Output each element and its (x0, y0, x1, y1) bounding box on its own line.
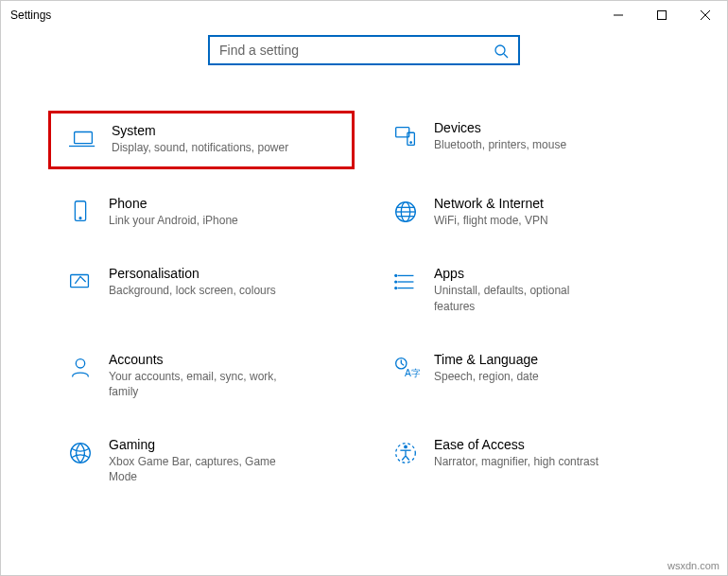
tile-title: Personalisation (109, 266, 276, 281)
tile-desc: Uninstall, defaults, optional features (434, 283, 614, 313)
tile-devices[interactable]: Devices Bluetooth, printers, mouse (373, 111, 680, 169)
maximize-icon (657, 10, 667, 20)
watermark: wsxdn.com (667, 560, 719, 571)
tile-desc: Xbox Game Bar, captures, Game Mode (109, 454, 288, 484)
laptop-icon (69, 125, 97, 153)
svg-point-23 (395, 281, 397, 283)
svg-point-32 (404, 445, 407, 449)
personalisation-icon (66, 268, 95, 296)
svg-point-10 (410, 142, 412, 144)
ease-of-access-icon (391, 439, 420, 467)
tile-network[interactable]: Network & Internet WiFi, flight mode, VP… (373, 186, 680, 239)
search-box[interactable] (208, 35, 520, 65)
tile-title: Network & Internet (434, 196, 548, 211)
phone-icon (66, 198, 95, 226)
settings-content: System Display, sound, notifications, po… (1, 29, 727, 515)
tile-desc: Narrator, magnifier, high contrast (434, 454, 598, 469)
tile-title: Ease of Access (434, 437, 598, 452)
tile-personalisation[interactable]: Personalisation Background, lock screen,… (48, 256, 355, 324)
close-button[interactable] (684, 1, 727, 29)
svg-line-35 (402, 456, 406, 461)
tile-title: Devices (434, 120, 566, 135)
tile-accounts[interactable]: Accounts Your accounts, email, sync, wor… (48, 342, 355, 410)
svg-text:A字: A字 (405, 368, 420, 378)
accounts-icon (66, 354, 95, 382)
close-icon (701, 10, 710, 20)
svg-point-22 (395, 275, 397, 277)
tile-desc: Background, lock screen, colours (109, 283, 276, 298)
tile-desc: Your accounts, email, sync, work, family (109, 369, 288, 399)
search-wrap (1, 29, 727, 84)
apps-icon (391, 268, 420, 296)
svg-rect-18 (71, 275, 89, 288)
svg-rect-1 (658, 11, 667, 20)
globe-icon (391, 198, 420, 226)
tile-title: Phone (109, 196, 238, 211)
svg-line-28 (401, 363, 404, 365)
svg-rect-6 (75, 132, 93, 144)
window-title: Settings (10, 9, 51, 22)
tile-title: Apps (434, 266, 614, 281)
tile-title: Gaming (109, 437, 288, 452)
tile-time-language[interactable]: A字 Time & Language Speech, region, date (373, 342, 680, 410)
svg-point-30 (71, 444, 91, 463)
tile-title: Accounts (109, 352, 288, 367)
tile-system[interactable]: System Display, sound, notifications, po… (48, 111, 355, 169)
svg-line-36 (406, 456, 409, 461)
tile-ease-of-access[interactable]: Ease of Access Narrator, magnifier, high… (373, 428, 680, 496)
svg-point-24 (395, 288, 397, 289)
minimize-button[interactable] (597, 1, 640, 29)
window-controls (597, 1, 727, 29)
tile-desc: Display, sound, notifications, power (112, 140, 288, 155)
settings-grid: System Display, sound, notifications, po… (1, 84, 727, 497)
time-language-icon: A字 (391, 354, 420, 382)
search-icon (494, 44, 509, 62)
tile-apps[interactable]: Apps Uninstall, defaults, optional featu… (373, 256, 680, 324)
tile-phone[interactable]: Phone Link your Android, iPhone (48, 186, 355, 239)
tile-desc: WiFi, flight mode, VPN (434, 213, 548, 228)
svg-point-12 (79, 218, 81, 219)
gaming-icon (66, 439, 95, 467)
tile-title: Time & Language (434, 352, 539, 367)
svg-point-4 (495, 45, 505, 55)
tile-desc: Link your Android, iPhone (109, 213, 238, 228)
devices-icon (391, 122, 420, 150)
search-input[interactable] (219, 43, 509, 58)
tile-desc: Bluetooth, printers, mouse (434, 137, 566, 152)
tile-desc: Speech, region, date (434, 369, 539, 384)
titlebar: Settings (1, 1, 727, 29)
tile-title: System (112, 123, 288, 138)
svg-point-25 (76, 358, 84, 367)
minimize-icon (614, 10, 623, 20)
svg-line-5 (504, 54, 508, 58)
tile-gaming[interactable]: Gaming Xbox Game Bar, captures, Game Mod… (48, 428, 355, 496)
maximize-button[interactable] (640, 1, 684, 29)
